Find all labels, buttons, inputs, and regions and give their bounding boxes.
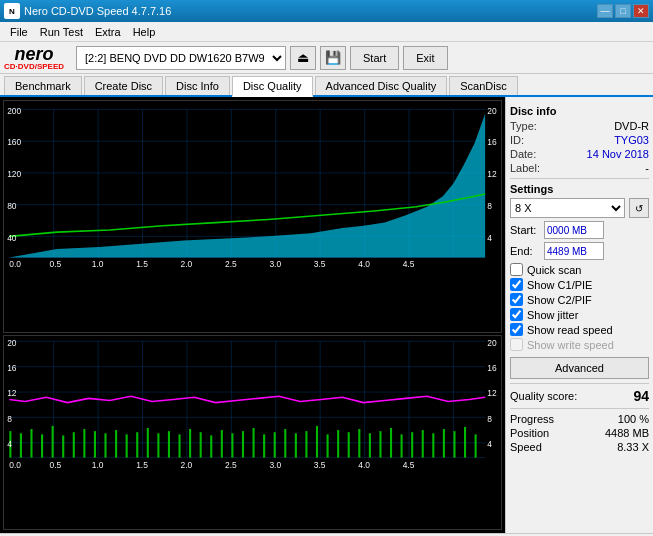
start-input[interactable] bbox=[544, 221, 604, 239]
right-panel: Disc info Type: DVD-R ID: TYG03 Date: 14… bbox=[505, 97, 653, 533]
svg-text:3.0: 3.0 bbox=[269, 460, 281, 470]
tab-bar: Benchmark Create Disc Disc Info Disc Qua… bbox=[0, 74, 653, 97]
show-c1-pie-checkbox[interactable] bbox=[510, 278, 523, 291]
quick-scan-checkbox[interactable] bbox=[510, 263, 523, 276]
svg-rect-87 bbox=[348, 432, 350, 457]
svg-rect-59 bbox=[52, 426, 54, 458]
menu-run-test[interactable]: Run Test bbox=[34, 24, 89, 40]
svg-text:12: 12 bbox=[487, 169, 497, 179]
svg-text:3.5: 3.5 bbox=[314, 259, 326, 269]
quick-scan-label: Quick scan bbox=[527, 264, 581, 276]
advanced-button[interactable]: Advanced bbox=[510, 357, 649, 379]
svg-text:4: 4 bbox=[487, 233, 492, 243]
svg-text:16: 16 bbox=[487, 137, 497, 147]
show-write-speed-label: Show write speed bbox=[527, 339, 614, 351]
svg-rect-74 bbox=[210, 436, 212, 458]
show-jitter-checkbox[interactable] bbox=[510, 308, 523, 321]
tab-disc-quality[interactable]: Disc Quality bbox=[232, 76, 313, 97]
svg-rect-83 bbox=[305, 431, 307, 457]
save-button[interactable]: 💾 bbox=[320, 46, 346, 70]
svg-rect-58 bbox=[41, 435, 43, 458]
close-button[interactable]: ✕ bbox=[633, 4, 649, 18]
progress-label: Progress bbox=[510, 413, 554, 425]
svg-rect-64 bbox=[104, 434, 106, 458]
svg-text:0.5: 0.5 bbox=[49, 460, 61, 470]
tab-disc-info[interactable]: Disc Info bbox=[165, 76, 230, 95]
menu-extra[interactable]: Extra bbox=[89, 24, 127, 40]
divider1 bbox=[510, 178, 649, 179]
svg-text:1.5: 1.5 bbox=[136, 259, 148, 269]
svg-text:1.5: 1.5 bbox=[136, 460, 148, 470]
menu-file[interactable]: File bbox=[4, 24, 34, 40]
quality-row: Quality score: 94 bbox=[510, 388, 649, 404]
settings-refresh-button[interactable]: ↺ bbox=[629, 198, 649, 218]
svg-text:16: 16 bbox=[7, 363, 17, 373]
svg-rect-86 bbox=[337, 430, 339, 457]
svg-rect-63 bbox=[94, 431, 96, 457]
svg-rect-89 bbox=[369, 434, 371, 458]
top-chart-svg: 200 160 120 80 40 20 16 12 8 4 0.0 0.5 1… bbox=[4, 101, 501, 270]
svg-rect-95 bbox=[432, 434, 434, 458]
tab-create-disc[interactable]: Create Disc bbox=[84, 76, 163, 95]
svg-rect-98 bbox=[464, 427, 466, 458]
end-input[interactable] bbox=[544, 242, 604, 260]
svg-rect-60 bbox=[62, 436, 64, 458]
quality-label: Quality score: bbox=[510, 390, 577, 402]
svg-rect-94 bbox=[422, 430, 424, 457]
svg-text:80: 80 bbox=[7, 201, 17, 211]
svg-text:3.0: 3.0 bbox=[269, 259, 281, 269]
svg-rect-67 bbox=[136, 432, 138, 457]
svg-rect-75 bbox=[221, 430, 223, 457]
title-text: Nero CD-DVD Speed 4.7.7.16 bbox=[24, 5, 171, 17]
drive-selector[interactable]: [2:2] BENQ DVD DD DW1620 B7W9 bbox=[76, 46, 286, 70]
svg-text:4: 4 bbox=[487, 439, 492, 449]
settings-title: Settings bbox=[510, 183, 649, 195]
menubar: File Run Test Extra Help bbox=[0, 22, 653, 42]
svg-text:120: 120 bbox=[7, 169, 21, 179]
start-button[interactable]: Start bbox=[350, 46, 399, 70]
speed-selector[interactable]: 8 X 4 X 2 X bbox=[510, 198, 625, 218]
svg-text:20: 20 bbox=[7, 338, 17, 348]
svg-text:20: 20 bbox=[487, 106, 497, 116]
svg-text:4.0: 4.0 bbox=[358, 460, 370, 470]
disc-label-label: Label: bbox=[510, 162, 540, 174]
eject-button[interactable]: ⏏ bbox=[290, 46, 316, 70]
svg-text:20: 20 bbox=[487, 338, 497, 348]
minimize-button[interactable]: — bbox=[597, 4, 613, 18]
tab-benchmark[interactable]: Benchmark bbox=[4, 76, 82, 95]
svg-rect-99 bbox=[475, 435, 477, 458]
svg-text:12: 12 bbox=[487, 389, 497, 399]
quality-value: 94 bbox=[633, 388, 649, 404]
svg-text:200: 200 bbox=[7, 106, 21, 116]
svg-rect-56 bbox=[20, 434, 22, 458]
show-c2-pif-label: Show C2/PIF bbox=[527, 294, 592, 306]
charts-area: 200 160 120 80 40 20 16 12 8 4 0.0 0.5 1… bbox=[0, 97, 505, 533]
show-read-speed-checkbox[interactable] bbox=[510, 323, 523, 336]
date-value: 14 Nov 2018 bbox=[587, 148, 649, 160]
svg-text:4: 4 bbox=[7, 439, 12, 449]
tab-advanced-disc-quality[interactable]: Advanced Disc Quality bbox=[315, 76, 448, 95]
progress-section: Progress 100 % Position 4488 MB Speed 8.… bbox=[510, 413, 649, 453]
svg-rect-68 bbox=[147, 428, 149, 458]
show-c1-pie-label: Show C1/PIE bbox=[527, 279, 592, 291]
svg-text:0.5: 0.5 bbox=[49, 259, 61, 269]
tab-scan-disc[interactable]: ScanDisc bbox=[449, 76, 517, 95]
svg-text:0.0: 0.0 bbox=[9, 259, 21, 269]
speed-value: 8.33 X bbox=[617, 441, 649, 453]
svg-rect-85 bbox=[327, 435, 329, 458]
app-logo: nero CD·DVD/SPEED bbox=[4, 45, 64, 71]
end-label: End: bbox=[510, 245, 542, 257]
svg-rect-81 bbox=[284, 429, 286, 458]
svg-text:4.5: 4.5 bbox=[403, 259, 415, 269]
exit-button[interactable]: Exit bbox=[403, 46, 447, 70]
bottom-chart: 20 16 12 8 4 20 16 12 8 4 0.0 0.5 1.0 1.… bbox=[3, 335, 502, 530]
top-chart: 200 160 120 80 40 20 16 12 8 4 0.0 0.5 1… bbox=[3, 100, 502, 333]
svg-text:1.0: 1.0 bbox=[92, 460, 104, 470]
menu-help[interactable]: Help bbox=[127, 24, 162, 40]
svg-rect-96 bbox=[443, 429, 445, 458]
disc-info-title: Disc info bbox=[510, 105, 649, 117]
show-jitter-label: Show jitter bbox=[527, 309, 578, 321]
show-c2-pif-checkbox[interactable] bbox=[510, 293, 523, 306]
maximize-button[interactable]: □ bbox=[615, 4, 631, 18]
svg-rect-76 bbox=[231, 434, 233, 458]
